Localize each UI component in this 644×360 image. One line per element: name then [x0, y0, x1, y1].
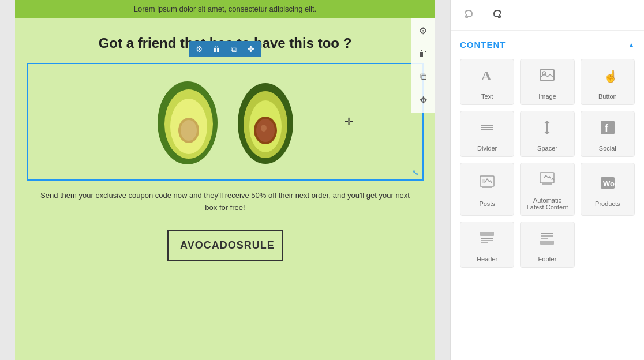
- svg-text:f: f: [605, 122, 609, 134]
- undo-button[interactable]: [460, 6, 478, 24]
- text-content-icon: A: [479, 68, 495, 89]
- content-item-button[interactable]: ☝ Button: [581, 59, 635, 105]
- text-item-label: Text: [481, 93, 493, 100]
- right-panel-toolbar: [451, 0, 644, 31]
- content-item-header[interactable]: Header: [460, 222, 514, 268]
- email-image-block[interactable]: ⚙ 🗑 ⧉ ✥ ✛: [27, 63, 424, 181]
- svg-text:Woo: Woo: [603, 179, 616, 188]
- redo-button[interactable]: [488, 6, 506, 24]
- social-content-icon: f: [600, 119, 616, 141]
- avocado-left-svg: [153, 76, 222, 168]
- canvas-trash-icon[interactable]: 🗑: [414, 44, 432, 63]
- content-grid: A Text Image: [460, 59, 635, 268]
- canvas-move-icon[interactable]: ✥: [414, 91, 432, 109]
- coupon-button[interactable]: AVOCADOSRULE: [167, 230, 283, 261]
- content-item-image[interactable]: Image: [520, 59, 574, 105]
- block-trash-icon[interactable]: 🗑: [211, 43, 222, 55]
- button-item-label: Button: [598, 93, 617, 100]
- avocado-image-container: ✛: [28, 64, 422, 179]
- svg-rect-24: [540, 172, 554, 183]
- content-item-automatic[interactable]: Automatic Latest Content: [520, 163, 574, 216]
- products-content-icon: Woo: [600, 175, 616, 197]
- undo-icon: [463, 9, 475, 21]
- divider-content-icon: [479, 119, 495, 141]
- block-copy-icon[interactable]: ⧉: [228, 43, 239, 55]
- editor-panel: Lorem ipsum dolor sit amet, consectetur …: [0, 0, 450, 360]
- coupon-code: AVOCADOSRULE: [180, 239, 275, 251]
- image-item-label: Image: [538, 93, 556, 100]
- block-gear-icon[interactable]: ⚙: [193, 43, 205, 55]
- content-item-footer[interactable]: Footer: [520, 222, 574, 268]
- svg-point-10: [261, 125, 267, 132]
- automatic-content-icon: [539, 171, 555, 193]
- svg-rect-35: [540, 241, 554, 245]
- header-text: Lorem ipsum dolor sit amet, consectetur …: [134, 5, 316, 13]
- button-content-icon: ☝: [600, 68, 616, 89]
- email-body-text: Send them your exclusive coupon code now…: [38, 190, 412, 214]
- svg-text:☝: ☝: [604, 69, 616, 83]
- block-move-icon[interactable]: ✥: [245, 43, 257, 55]
- email-text-section: Send them your exclusive coupon code now…: [15, 181, 435, 223]
- image-content-icon: [539, 68, 555, 89]
- header-content-icon: [479, 230, 495, 252]
- email-canvas: Lorem ipsum dolor sit amet, consectetur …: [0, 0, 450, 360]
- avocado-image: [153, 76, 297, 168]
- content-collapse-button[interactable]: ▲: [628, 41, 635, 49]
- content-item-products[interactable]: Woo Products: [581, 163, 635, 216]
- canvas-gear-icon[interactable]: ⚙: [414, 21, 432, 40]
- footer-item-label: Footer: [538, 256, 557, 262]
- content-item-posts[interactable]: Posts: [460, 163, 514, 216]
- social-item-label: Social: [599, 145, 616, 152]
- header-item-label: Header: [477, 256, 497, 262]
- content-header: CONTENT ▲: [460, 40, 635, 50]
- svg-rect-21: [480, 176, 494, 186]
- svg-rect-12: [540, 70, 554, 80]
- content-item-text[interactable]: A Text: [460, 59, 514, 105]
- divider-item-label: Divider: [477, 145, 497, 152]
- spacer-content-icon: [539, 119, 555, 141]
- canvas-copy-icon[interactable]: ⧉: [414, 68, 432, 86]
- products-item-label: Products: [595, 200, 620, 207]
- posts-content-icon: [479, 175, 495, 197]
- automatic-item-label: Automatic Latest Content: [525, 197, 569, 211]
- right-panel: CONTENT ▲ A Text: [450, 0, 644, 360]
- svg-rect-28: [480, 232, 494, 236]
- content-section: CONTENT ▲ A Text: [451, 31, 644, 360]
- spacer-item-label: Spacer: [537, 145, 557, 152]
- svg-point-4: [181, 120, 197, 141]
- svg-marker-23: [482, 179, 485, 183]
- resize-handle-icon[interactable]: ⤡: [411, 168, 420, 177]
- content-item-divider[interactable]: Divider: [460, 111, 514, 157]
- svg-text:A: A: [481, 68, 492, 83]
- move-cursor-icon: ✛: [345, 115, 353, 128]
- avocado-right-svg: [234, 77, 297, 167]
- canvas-toolbar: ⚙ 🗑 ⧉ ✥: [411, 18, 435, 112]
- posts-item-label: Posts: [479, 200, 495, 207]
- content-item-social[interactable]: f Social: [581, 111, 635, 157]
- email-header-bar: Lorem ipsum dolor sit amet, consectetur …: [15, 0, 435, 18]
- footer-content-icon: [539, 230, 555, 252]
- content-item-spacer[interactable]: Spacer: [520, 111, 574, 157]
- block-toolbar: ⚙ 🗑 ⧉ ✥: [189, 41, 261, 57]
- email-body: ⚙ 🗑 ⧉ ✥ Got a friend that has to have th…: [15, 18, 435, 360]
- content-title: CONTENT: [460, 40, 506, 50]
- redo-icon: [491, 9, 503, 21]
